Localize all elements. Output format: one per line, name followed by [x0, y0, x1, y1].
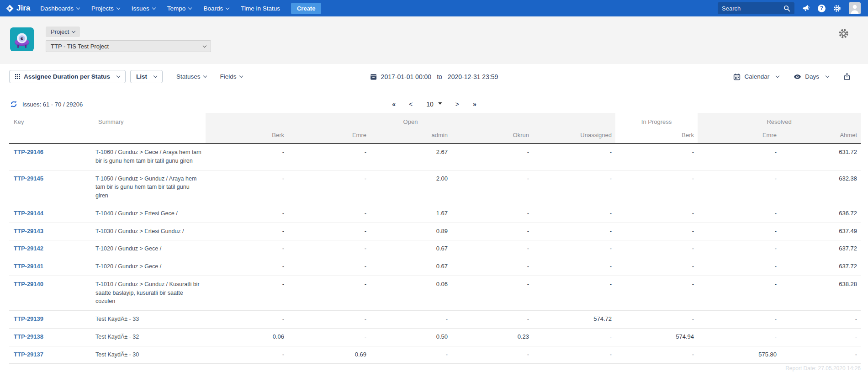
nav-item-boards[interactable]: Boards [203, 5, 229, 12]
report-type-label: Assignee Duration per Status [24, 73, 110, 80]
duration-value-cell: - [206, 311, 288, 329]
issue-key-cell: TTP-29146 [9, 143, 94, 170]
nav-item-label: Dashboards [40, 5, 74, 12]
duration-value-cell: - [451, 258, 533, 276]
nav-item-projects[interactable]: Projects [91, 5, 120, 12]
duration-value-cell: - [288, 223, 370, 240]
issue-key-cell: TTP-29143 [9, 223, 94, 240]
calendar-mode-dropdown[interactable]: Calendar [733, 73, 779, 80]
duration-value-cell: 0.06 [370, 276, 451, 310]
issue-summary: Test KaydÄ± - 30 [94, 346, 206, 364]
settings-gear-icon[interactable] [838, 28, 849, 41]
issue-summary: T-1040 / Gunduz > Ertesi Gece / [94, 205, 206, 223]
project-select-value: TTP - TIS Test Project [51, 43, 200, 50]
duration-value-cell: 0.89 [370, 223, 451, 240]
toolbar-right: Calendar Days [733, 73, 851, 80]
status-group-header-resolved: Resolved [698, 113, 861, 132]
chevron-down-icon [153, 74, 157, 78]
duration-value-cell: - [698, 143, 780, 170]
duration-value-cell: 0.50 [370, 328, 451, 346]
issue-key-link[interactable]: TTP-29146 [14, 149, 43, 155]
search-input[interactable] [722, 5, 783, 12]
nav-item-issues[interactable]: Issues [132, 5, 155, 12]
nav-item-label: Time in Status [241, 5, 280, 12]
table-row: TTP-29139Test KaydÄ± - 33----574.72--- [9, 311, 861, 329]
issue-summary: T-1010 / Gunduz > Gunduz / Kusuratli bir… [94, 276, 206, 310]
nav-item-time-in-status[interactable]: Time in Status [241, 5, 280, 12]
chevron-down-icon [152, 5, 156, 9]
help-icon[interactable]: ? [818, 5, 826, 12]
duration-value-cell: - [370, 346, 451, 364]
pagination-last[interactable]: » [473, 101, 476, 108]
project-select[interactable]: TTP - TIS Test Project [46, 40, 211, 52]
issue-key-link[interactable]: TTP-29138 [14, 333, 43, 340]
duration-value-cell: - [533, 170, 615, 205]
issue-key-link[interactable]: TTP-29141 [14, 263, 43, 270]
duration-value-cell: 637.72 [780, 240, 861, 258]
nav-item-label: Tempo [167, 5, 186, 12]
duration-value-cell: 632.38 [780, 170, 861, 205]
duration-value-cell: - [451, 276, 533, 310]
page-size-select[interactable]: 10 [426, 101, 442, 108]
assignee-column-header-open-admin: admin [370, 132, 451, 143]
report-type-button[interactable]: Assignee Duration per Status [9, 70, 126, 83]
fields-dropdown[interactable]: Fields [220, 73, 243, 80]
duration-value-cell: 0.69 [288, 346, 370, 364]
duration-value-cell: - [533, 223, 615, 240]
announcements-icon[interactable] [802, 5, 810, 12]
duration-value-cell: - [206, 240, 288, 258]
duration-value-cell: 638.28 [780, 276, 861, 310]
table-row: TTP-29141T-1020 / Gunduz > Gece /--0.67-… [9, 258, 861, 276]
duration-value-cell: 574.94 [615, 328, 698, 346]
unit-dropdown[interactable]: Days [794, 73, 829, 80]
issue-key-cell: TTP-29138 [9, 328, 94, 346]
export-icon[interactable] [843, 73, 851, 80]
chevron-down-icon [188, 5, 192, 9]
jira-logo[interactable]: Jira [5, 4, 30, 13]
issue-key-link[interactable]: TTP-29137 [14, 351, 43, 358]
date-from: 2017-01-01 00:00 [381, 73, 432, 80]
brand-label: Jira [16, 4, 30, 13]
pagination-first[interactable]: « [392, 101, 395, 108]
user-avatar[interactable] [849, 2, 861, 14]
nav-item-dashboards[interactable]: Dashboards [40, 5, 79, 12]
duration-value-cell: - [533, 346, 615, 364]
chevron-down-icon [116, 74, 120, 78]
unit-label: Days [805, 73, 819, 80]
issue-key-link[interactable]: TTP-29144 [14, 210, 43, 217]
duration-value-cell: - [288, 170, 370, 205]
duration-value-cell: - [615, 276, 698, 310]
issue-key-link[interactable]: TTP-29140 [14, 281, 43, 287]
issue-key-link[interactable]: TTP-29139 [14, 315, 43, 322]
duration-value-cell: 1.67 [370, 205, 451, 223]
statuses-dropdown[interactable]: Statuses [176, 73, 206, 80]
report-toolbar: Assignee Duration per Status List Status… [0, 64, 868, 89]
create-button[interactable]: Create [291, 3, 321, 14]
pagination-prev[interactable]: < [409, 101, 413, 108]
issue-key-link[interactable]: TTP-29142 [14, 245, 43, 252]
chevron-down-icon [226, 5, 229, 9]
date-range-picker[interactable]: 2017-01-01 00:00 to 2020-12-31 23:59 [370, 73, 498, 80]
pagination-top: «<10>» [392, 101, 476, 108]
issue-key-link[interactable]: TTP-29143 [14, 228, 43, 234]
duration-value-cell: 2.67 [370, 143, 451, 170]
issue-key-link[interactable]: TTP-29145 [14, 175, 43, 182]
issue-key-cell: TTP-29144 [9, 205, 94, 223]
navbar-search [718, 2, 794, 14]
pagination-next[interactable]: > [455, 101, 459, 108]
duration-value-cell: - [698, 328, 780, 346]
gear-icon[interactable] [833, 5, 841, 12]
assignee-column-header-in-progress-berk: Berk [615, 132, 698, 143]
table-row: TTP-29146T-1060 / Gunduz > Gece / Araya … [9, 143, 861, 170]
refresh-icon[interactable] [10, 101, 17, 108]
scope-selector-button[interactable]: Project [46, 27, 80, 37]
assignee-column-header-open-unassigned: Unassigned [533, 132, 615, 143]
issue-key-cell: TTP-29137 [9, 346, 94, 364]
duration-value-cell: 631.72 [780, 143, 861, 170]
duration-value-cell: - [533, 240, 615, 258]
duration-value-cell: - [451, 311, 533, 329]
nav-item-tempo[interactable]: Tempo [167, 5, 192, 12]
search-icon[interactable] [783, 5, 790, 12]
duration-value-cell: 2.00 [370, 170, 451, 205]
view-button[interactable]: List [130, 70, 163, 83]
